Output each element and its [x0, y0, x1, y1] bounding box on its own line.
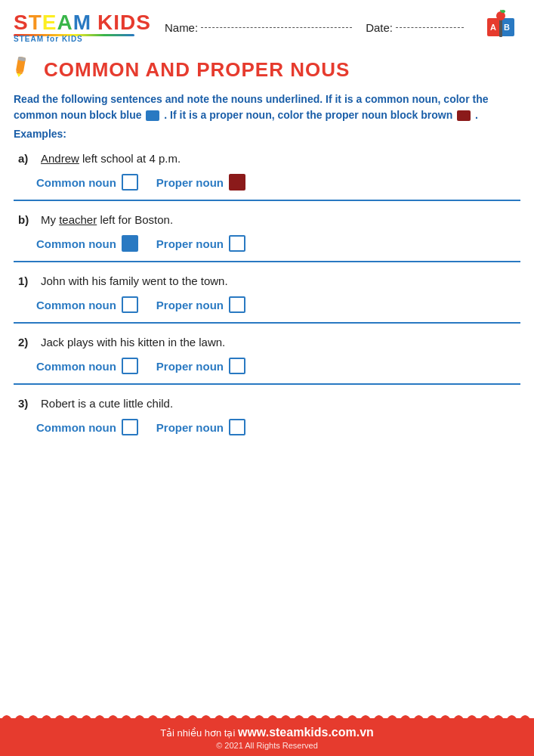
- question-2-common-label: Common noun: [36, 360, 116, 373]
- example-b-answers: Common noun Proper noun: [14, 229, 520, 256]
- title-row: COMMON AND PROPER NOUS: [0, 51, 534, 85]
- name-label: Name:: [165, 21, 198, 34]
- content-area: a) Andrew left school at 4 p.m. Common n…: [0, 140, 534, 440]
- question-1-common-label: Common noun: [36, 299, 116, 311]
- example-b-text: My teacher left for Boston.: [41, 213, 173, 226]
- example-a-text: Andrew left school at 4 p.m.: [41, 152, 181, 165]
- example-b-common-checkbox[interactable]: [122, 235, 138, 252]
- pencil-icon: [11, 54, 36, 85]
- examples-label: Examples:: [0, 126, 534, 140]
- example-b-label: b): [18, 213, 36, 226]
- footer-url: www.steamkids.com.vn: [238, 726, 374, 739]
- logo-steam: STEAM KIDS: [14, 12, 151, 33]
- name-dotted-line: [201, 27, 352, 28]
- question-3-common-label: Common noun: [36, 421, 116, 434]
- logo-letter-s: S: [14, 12, 29, 33]
- logo-letter-t: T: [29, 12, 42, 33]
- logo-area: STEAM KIDS STEAM for KIDS: [14, 12, 151, 43]
- instructions: Read the following sentences and note th…: [0, 85, 534, 126]
- question-2-block: 2) Jack plays with his kitten in the law…: [14, 324, 520, 385]
- logo-letter-m: M: [73, 12, 91, 33]
- question-3-label: 3): [18, 397, 36, 410]
- example-a-proper-label: Proper noun: [156, 176, 224, 189]
- question-3-text: Robert is a cute little child.: [41, 397, 173, 410]
- question-2-sentence: 2) Jack plays with his kitten in the law…: [14, 331, 520, 352]
- svg-point-7: [501, 10, 505, 13]
- question-1-text: John with his family went to the town.: [41, 274, 228, 287]
- question-3-proper-checkbox[interactable]: [229, 419, 245, 435]
- example-a-proper-checkbox[interactable]: [229, 174, 245, 191]
- question-3-common: Common noun: [36, 419, 138, 435]
- question-1-proper-label: Proper noun: [156, 299, 224, 311]
- svg-text:A: A: [490, 23, 496, 32]
- question-3-proper-label: Proper noun: [156, 421, 224, 434]
- question-2-proper-checkbox[interactable]: [229, 358, 245, 374]
- example-b-sentence: b) My teacher left for Boston.: [14, 209, 520, 229]
- example-a-label: a): [18, 152, 36, 165]
- footer-promo-label: Tải nhiều hơn tại: [160, 727, 238, 739]
- example-a-proper: Proper noun: [156, 174, 245, 191]
- date-label: Date:: [366, 21, 393, 34]
- name-date-row: Name: Date:: [165, 21, 481, 34]
- logo-kids: KIDS: [97, 12, 151, 33]
- svg-text:B: B: [504, 23, 510, 32]
- question-1-block: 1) John with his family went to the town…: [14, 262, 520, 324]
- question-3-answers: Common noun Proper noun: [14, 413, 520, 440]
- question-2-proper: Proper noun: [156, 358, 245, 374]
- header: STEAM KIDS STEAM for KIDS Name: Date: A …: [0, 0, 534, 51]
- example-a-common-checkbox[interactable]: [122, 174, 138, 191]
- page-title: COMMON AND PROPER NOUS: [44, 58, 350, 82]
- question-2-label: 2): [18, 336, 36, 349]
- question-2-proper-label: Proper noun: [156, 360, 224, 373]
- question-1-proper: Proper noun: [156, 296, 245, 313]
- question-1-sentence: 1) John with his family went to the town…: [14, 270, 520, 290]
- blue-color-block: [146, 110, 159, 121]
- question-1-answers: Common noun Proper noun: [14, 290, 520, 318]
- example-b-common: Common noun: [36, 235, 138, 252]
- question-1-common: Common noun: [36, 296, 138, 313]
- question-2-text: Jack plays with his kitten in the lawn.: [41, 336, 225, 349]
- question-1-label: 1): [18, 274, 36, 287]
- example-a-common: Common noun: [36, 174, 138, 191]
- date-field: Date:: [366, 21, 464, 34]
- footer-scallop: [0, 708, 534, 720]
- logo-sub: STEAM for KIDS: [14, 35, 83, 43]
- svg-marker-11: [17, 73, 22, 78]
- question-3-block: 3) Robert is a cute little child. Common…: [14, 385, 520, 440]
- logo-letter-a: A: [57, 12, 73, 33]
- example-b-block: b) My teacher left for Boston. Common no…: [14, 201, 520, 262]
- example-b-common-label: Common noun: [36, 237, 116, 250]
- question-3-sentence: 3) Robert is a cute little child.: [14, 392, 520, 413]
- footer: Tải nhiều hơn tại www.steamkids.com.vn ©…: [0, 718, 534, 756]
- date-dotted-line: [396, 27, 464, 28]
- question-2-common-checkbox[interactable]: [122, 358, 138, 374]
- instructions-text3: .: [475, 109, 478, 121]
- teacher-underline: teacher: [59, 213, 97, 226]
- brown-color-block: [457, 110, 471, 121]
- example-a-answers: Common noun Proper noun: [14, 168, 520, 195]
- example-b-proper-checkbox[interactable]: [229, 235, 245, 252]
- example-b-proper-label: Proper noun: [156, 237, 224, 250]
- logo-letter-e: E: [42, 12, 57, 33]
- footer-copyright: © 2021 All Rights Reserved: [0, 741, 534, 750]
- example-a-common-label: Common noun: [36, 176, 116, 189]
- andrew-underline: Andrew: [41, 152, 79, 165]
- example-a-sentence: a) Andrew left school at 4 p.m.: [14, 147, 520, 168]
- name-field: Name:: [165, 21, 352, 34]
- footer-promo-text: Tải nhiều hơn tại www.steamkids.com.vn: [0, 726, 534, 739]
- question-3-proper: Proper noun: [156, 419, 245, 435]
- question-1-proper-checkbox[interactable]: [229, 296, 245, 313]
- example-b-proper: Proper noun: [156, 235, 245, 252]
- question-3-common-checkbox[interactable]: [122, 419, 138, 435]
- example-a-block: a) Andrew left school at 4 p.m. Common n…: [14, 140, 520, 201]
- question-2-common: Common noun: [36, 358, 138, 374]
- instructions-text2: . If it is a proper noun, color the prop…: [164, 109, 452, 121]
- question-1-common-checkbox[interactable]: [122, 296, 138, 313]
- abc-book-icon: A B: [481, 8, 520, 47]
- question-2-answers: Common noun Proper noun: [14, 352, 520, 379]
